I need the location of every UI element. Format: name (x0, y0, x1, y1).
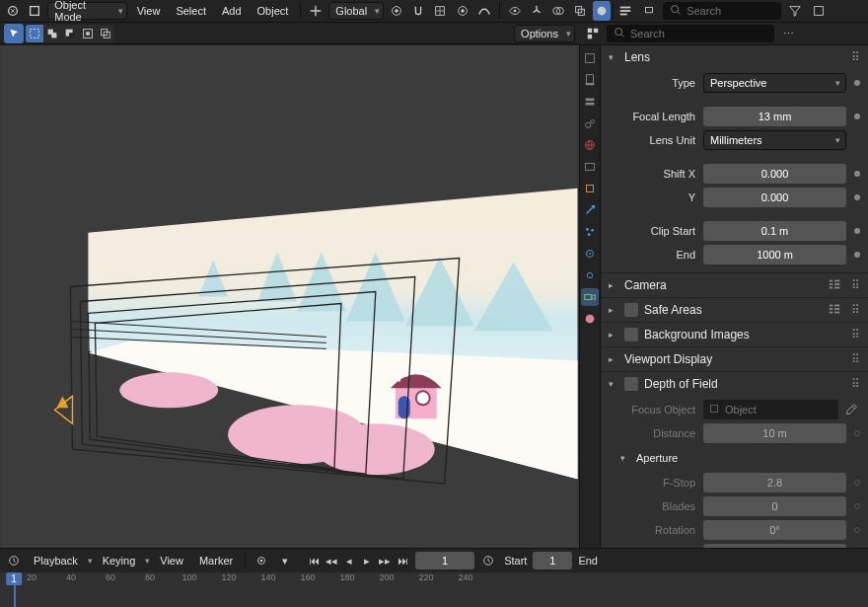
tab-constraints-icon[interactable] (581, 266, 599, 284)
tab-render-icon[interactable] (581, 49, 599, 67)
add-collection-icon[interactable] (809, 1, 829, 21)
tab-camera-data-icon[interactable] (581, 288, 599, 306)
autokey-mode-icon[interactable]: ▾ (275, 551, 295, 570)
lens-unit-select[interactable]: Millimeters (703, 130, 846, 150)
snap-toggle-icon[interactable] (409, 1, 427, 21)
eyedropper-icon[interactable] (842, 401, 860, 418)
overlay-icon[interactable] (549, 1, 567, 21)
mode-icon[interactable] (26, 1, 43, 21)
anim-dot[interactable] (854, 114, 860, 119)
blades-input[interactable]: 0 (703, 496, 846, 516)
editor-type-icon[interactable] (4, 1, 22, 21)
drag-handle-icon[interactable]: ⠿ (851, 328, 860, 341)
tab-scene-icon[interactable] (581, 114, 599, 132)
ratio-input[interactable]: 1.000 (703, 544, 846, 548)
preset-icon[interactable] (828, 302, 841, 319)
timeline-ruler[interactable]: 20 40 60 80 100 120 140 160 180 200 220 … (0, 572, 868, 607)
section-camera-head[interactable]: ▸ Camera ⠿ (601, 273, 868, 297)
bg-images-checkbox[interactable] (624, 328, 638, 341)
select-subtract-icon[interactable] (61, 25, 79, 42)
editor-type-props-icon[interactable] (615, 1, 635, 21)
proportional-edit-icon[interactable] (453, 1, 470, 21)
options-dropdown[interactable]: Options (514, 25, 575, 42)
props-editor-icon[interactable] (583, 24, 603, 43)
prev-key-icon[interactable]: ◂◂ (323, 552, 340, 569)
interaction-mode-dropdown[interactable]: Object Mode (47, 2, 127, 20)
lens-type-select[interactable]: Perspective (703, 73, 846, 93)
menu-object[interactable]: Object (252, 5, 295, 17)
drag-handle-icon[interactable]: ⠿ (851, 303, 860, 317)
section-viewport-display-head[interactable]: ▸ Viewport Display ⠿ (601, 347, 868, 371)
play-icon[interactable]: ▸ (358, 552, 376, 569)
anim-dot[interactable] (854, 527, 860, 533)
tab-material-icon[interactable] (581, 310, 599, 328)
anim-dot[interactable] (854, 430, 860, 436)
menu-playback[interactable]: Playback (28, 555, 84, 567)
select-intersect-icon[interactable] (97, 25, 114, 42)
3d-viewport[interactable] (0, 45, 579, 548)
fstop-input[interactable]: 2.8 (703, 473, 846, 493)
dof-checkbox[interactable] (624, 377, 638, 391)
visibility-icon[interactable] (506, 1, 524, 21)
tab-output-icon[interactable] (581, 71, 599, 89)
tab-object-icon[interactable] (581, 180, 599, 197)
shift-x-input[interactable]: 0.000 (703, 164, 846, 184)
props-search-input[interactable] (630, 28, 768, 39)
autokey-icon[interactable] (252, 551, 271, 570)
menu-add[interactable]: Add (216, 5, 248, 17)
tab-collection-icon[interactable] (581, 158, 599, 176)
anim-dot[interactable] (854, 480, 860, 486)
drag-handle-icon[interactable]: ⠿ (851, 50, 860, 64)
snap-type-icon[interactable] (431, 1, 449, 21)
play-reverse-icon[interactable]: ◂ (340, 552, 358, 569)
start-frame-input[interactable]: 1 (533, 552, 572, 569)
select-invert-icon[interactable] (79, 25, 97, 42)
section-lens-head[interactable]: ▾ Lens ⠿ (601, 45, 868, 69)
rotation-input[interactable]: 0° (703, 520, 846, 540)
drag-handle-icon[interactable]: ⠿ (851, 278, 860, 292)
select-extend-icon[interactable] (43, 25, 61, 42)
xray-icon[interactable] (571, 1, 589, 21)
focal-length-input[interactable]: 13 mm (703, 107, 846, 126)
clip-end-input[interactable]: 1000 m (703, 245, 846, 265)
tab-viewlayer-icon[interactable] (581, 93, 599, 111)
anim-dot[interactable] (854, 228, 860, 234)
section-safe-areas-head[interactable]: ▸ Safe Areas ⠿ (601, 298, 868, 322)
tab-particles-icon[interactable] (581, 223, 599, 241)
section-bg-images-head[interactable]: ▸ Background Images ⠿ (601, 323, 868, 346)
gizmo-icon[interactable] (528, 1, 545, 21)
cursor-icon[interactable] (4, 24, 24, 43)
select-new-icon[interactable] (26, 25, 43, 42)
drag-handle-icon[interactable]: ⠿ (851, 377, 860, 391)
anim-dot[interactable] (854, 252, 860, 258)
anim-dot[interactable] (854, 171, 860, 177)
tab-physics-icon[interactable] (581, 245, 599, 263)
clip-start-input[interactable]: 0.1 m (703, 221, 846, 241)
drag-handle-icon[interactable]: ⠿ (851, 352, 860, 366)
focus-object-picker[interactable]: Object (703, 400, 838, 419)
aperture-subhead[interactable]: ▾ Aperture (609, 447, 860, 469)
anim-dot[interactable] (854, 503, 860, 509)
preset-icon[interactable] (828, 277, 841, 294)
header-search-input[interactable] (687, 5, 775, 17)
section-dof-head[interactable]: ▾ Depth of Field ⠿ (601, 372, 868, 396)
orientation-dropdown[interactable]: Global (328, 2, 384, 20)
safe-areas-checkbox[interactable] (624, 303, 638, 317)
menu-marker[interactable]: Marker (193, 555, 239, 567)
filter-icon[interactable] (785, 1, 805, 21)
pivot-icon[interactable] (388, 1, 405, 21)
tab-world-icon[interactable] (581, 136, 599, 154)
anim-dot[interactable] (854, 80, 860, 86)
jump-start-icon[interactable]: ⏮ (305, 552, 323, 569)
tab-modifiers-icon[interactable] (581, 201, 599, 219)
header-search-box[interactable] (663, 2, 781, 20)
jump-end-icon[interactable]: ⏭ (394, 552, 411, 569)
falloff-icon[interactable] (475, 1, 493, 21)
orientation-icon[interactable] (307, 1, 325, 21)
anim-dot[interactable] (854, 194, 860, 200)
current-frame-input[interactable]: 1 (415, 552, 474, 569)
pin-icon[interactable] (639, 1, 659, 21)
next-key-icon[interactable]: ▸▸ (376, 552, 394, 569)
options-icon[interactable]: ⋯ (778, 24, 798, 43)
shading-solid-icon[interactable] (593, 1, 611, 21)
